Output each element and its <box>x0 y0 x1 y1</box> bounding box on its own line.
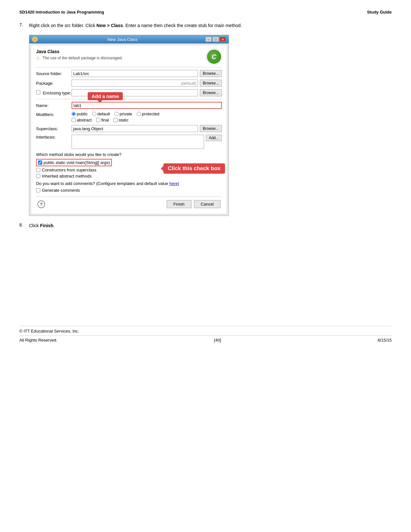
step-7: 7. Right click on the src folder. Click … <box>19 22 392 29</box>
superclass-label: Superclass: <box>36 126 72 131</box>
warning-message: ⚠ The use of the default package is disc… <box>36 55 206 61</box>
dialog-controls: – □ ✕ <box>205 37 226 42</box>
header-right: Study Guide <box>367 10 392 15</box>
modifiers-line-2: abstract final static <box>72 118 159 122</box>
divider-2 <box>36 99 222 99</box>
close-button[interactable]: ✕ <box>220 37 226 42</box>
constructors-checkbox[interactable] <box>36 168 40 172</box>
name-input[interactable] <box>72 102 222 109</box>
constructors-label: Constructors from superclass <box>42 168 96 172</box>
mod-private-radio[interactable] <box>114 112 119 116</box>
name-row: Name: <box>36 102 222 109</box>
step-8-text-after: . <box>53 223 54 228</box>
name-label: Name: <box>36 103 72 108</box>
do-you-want-after: ) <box>178 181 179 186</box>
step-8-number: 8. <box>19 222 29 229</box>
step-8-text: Click Finish. <box>29 222 54 229</box>
mod-private-label: private <box>120 111 132 116</box>
package-input[interactable] <box>72 80 198 87</box>
mod-abstract-option[interactable]: abstract <box>72 118 92 122</box>
mod-public-radio[interactable] <box>72 112 76 116</box>
mod-private-option[interactable]: private <box>114 111 132 116</box>
click-checkbox-callout: Click this check box <box>163 163 225 174</box>
interfaces-box <box>72 135 204 149</box>
mod-protected-option[interactable]: protected <box>137 111 159 116</box>
step-8-text-before: Click <box>29 223 40 228</box>
footer-bottom: All Rights Reserved. [40] 6/15/15 <box>19 335 392 343</box>
mod-abstract-label: abstract <box>77 118 92 122</box>
main-method-label: public static void main(String[] args) <box>44 160 110 165</box>
superclass-browse[interactable]: Browse... <box>200 125 222 132</box>
header-left: SD1420 Introduction to Java Programming <box>19 10 104 15</box>
inherited-row: Inherited abstract methods <box>36 174 222 179</box>
interfaces-add-button[interactable]: Add... <box>206 135 222 141</box>
interfaces-row: Interfaces: Add... <box>36 135 222 149</box>
rights-reserved: All Rights Reserved. <box>19 338 57 343</box>
dialog-section-header: Java Class ⚠ The use of the default pack… <box>36 49 222 64</box>
page-footer: © ITT Educational Services, Inc. All Rig… <box>19 326 392 343</box>
here-link[interactable]: here <box>169 181 178 186</box>
mod-public-option[interactable]: public <box>72 111 88 116</box>
class-info: Java Class ⚠ The use of the default pack… <box>36 49 206 61</box>
generate-comments-label: Generate comments <box>42 188 80 193</box>
inherited-checkbox[interactable] <box>36 174 40 178</box>
package-row: Package: Browse... <box>36 80 222 87</box>
warning-icon: ⚠ <box>36 55 41 61</box>
package-browse[interactable]: Browse... <box>200 80 222 87</box>
main-method-highlighted: public static void main(String[] args) <box>36 159 112 166</box>
step-7-text: Right click on the src folder. Click New… <box>29 22 242 29</box>
cancel-button[interactable]: Cancel <box>194 200 220 208</box>
java-logo: C <box>206 49 222 64</box>
footer-date: 6/15/15 <box>378 338 392 343</box>
step-7-bold1: New > Class <box>96 23 123 28</box>
generate-comments-checkbox[interactable] <box>36 188 40 192</box>
superclass-input[interactable] <box>72 125 198 132</box>
checkboxes-section: Which method stubs would you like to cre… <box>36 152 222 193</box>
copyright: © ITT Educational Services, Inc. <box>19 329 392 334</box>
dialog-title: New Java Class <box>40 37 205 42</box>
mod-default-option[interactable]: default <box>92 111 110 116</box>
name-row-wrapper: Add a name Name: <box>36 102 222 109</box>
enclosing-type-row: Enclosing type: Browse... <box>36 89 222 96</box>
mod-final-label: final <box>101 118 109 122</box>
page-number: [40] <box>214 338 221 343</box>
warning-text: The use of the default package is discou… <box>43 56 123 60</box>
mod-final-checkbox[interactable] <box>96 118 100 122</box>
mod-protected-label: protected <box>142 111 159 116</box>
enclosing-type-browse[interactable]: Browse... <box>200 89 222 96</box>
enclosing-type-checkbox[interactable] <box>36 90 40 94</box>
finish-button[interactable]: Finish <box>167 200 191 208</box>
dialog-footer: ? Finish Cancel <box>36 197 222 210</box>
add-name-tooltip: Add a name <box>88 92 123 100</box>
main-method-wrapper: Click this check box public static void … <box>36 159 222 166</box>
source-folder-label: Source folder: <box>36 71 72 76</box>
superclass-row: Superclass: Browse... <box>36 125 222 132</box>
mod-static-option[interactable]: static <box>113 118 128 122</box>
maximize-button[interactable]: □ <box>212 37 219 42</box>
mod-static-checkbox[interactable] <box>113 118 118 122</box>
help-button[interactable]: ? <box>37 200 45 208</box>
divider-1 <box>36 67 222 67</box>
mod-public-label: public <box>77 111 88 116</box>
class-title: Java Class <box>36 49 206 54</box>
do-you-want-text: Do you want to add comments? (Configure … <box>36 181 169 186</box>
dialog-body: Java Class ⚠ The use of the default pack… <box>31 45 227 214</box>
mod-abstract-checkbox[interactable] <box>72 118 76 122</box>
mod-final-option[interactable]: final <box>96 118 109 122</box>
dialog-titlebar: ⬦ New Java Class – □ ✕ <box>29 35 229 44</box>
mod-default-radio[interactable] <box>92 112 96 116</box>
step-7-text-before: Right click on the src folder. Click <box>29 23 96 28</box>
page-header: SD1420 Introduction to Java Programming … <box>19 10 392 15</box>
source-folder-browse[interactable]: Browse... <box>200 70 222 77</box>
step-7-number: 7. <box>19 22 29 29</box>
minimize-button[interactable]: – <box>205 37 212 42</box>
step-7-text-after: . Enter a name then check the create stu… <box>123 23 242 28</box>
step-8-bold1: Finish <box>40 223 53 228</box>
generate-comments-row: Generate comments <box>36 188 222 193</box>
new-java-class-dialog: ⬦ New Java Class – □ ✕ Java Class ⚠ The … <box>29 35 229 216</box>
modifiers-row: Modifiers: public default private <box>36 111 222 122</box>
source-folder-input[interactable] <box>72 70 198 77</box>
main-method-checkbox[interactable] <box>38 160 42 165</box>
mod-protected-radio[interactable] <box>137 112 141 116</box>
mod-default-label: default <box>97 111 110 116</box>
